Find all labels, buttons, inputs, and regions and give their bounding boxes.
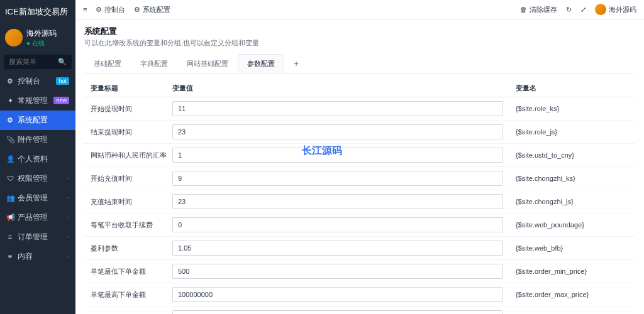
user-menu[interactable]: 海外源码 <box>595 4 636 15</box>
table-row: 开始提现时间{$site.role_ks} <box>84 97 635 121</box>
row-varname: {$site.role_ks} <box>516 105 629 112</box>
row-title: 开始提现时间 <box>91 104 172 114</box>
row-value-input[interactable] <box>172 171 503 186</box>
sidebar-item-7[interactable]: 📢产品管理‹ <box>0 208 75 227</box>
main: ≡ ⚙控制台 ⚙系统配置 🗑清除缓存 ↻ ⤢ 海外源码 系统配置 可以在此增改系… <box>75 0 644 314</box>
sidebar-item-9[interactable]: ≡内容‹ <box>0 247 75 266</box>
nav-label: 内容 <box>18 251 64 262</box>
profile-name: 海外源码 <box>26 29 57 39</box>
menu-toggle-icon[interactable]: ≡ <box>83 6 87 13</box>
chevron-down-icon: ‹ <box>67 234 69 240</box>
tab-add[interactable]: + <box>284 54 308 73</box>
sidebar-item-5[interactable]: 🛡权限管理‹ <box>0 169 75 188</box>
table-header: 变量标题 变量值 变量名 <box>84 80 635 97</box>
row-title: 盈利参数 <box>91 244 172 253</box>
table-row: 最大持仓单数{$site.max_order_count} <box>84 306 635 314</box>
row-value-input[interactable] <box>172 148 503 163</box>
row-title: 每笔平台收取手续费 <box>91 220 172 230</box>
table-row: 充值结束时间{$site.chongzhi_js} <box>84 190 635 214</box>
brand-title: ICE新加坡交易所 <box>0 0 75 24</box>
row-value-input[interactable] <box>172 287 503 302</box>
sidebar: ICE新加坡交易所 海外源码 ● 在线 🔍 ⚙控制台hot✦常规管理new⚙系统… <box>0 0 75 314</box>
nav-label: 系统配置 <box>18 115 69 126</box>
nav-icon: 📎 <box>6 136 14 144</box>
row-title: 单笔最低下单金额 <box>91 267 172 276</box>
tab-3[interactable]: 参数配置 <box>238 54 284 73</box>
table-row: 网站币种和人民币的汇率{$site.ustd_to_cny} <box>84 144 635 167</box>
trash-icon: 🗑 <box>520 6 527 13</box>
row-varname: {$site.role_js} <box>516 128 629 136</box>
table-row: 每笔平台收取手续费{$site.web_poundage} <box>84 214 635 237</box>
config-tabs: 基础配置字典配置网站基础配置参数配置+ <box>84 54 635 73</box>
search-input[interactable] <box>9 58 58 65</box>
topbar-console[interactable]: ⚙控制台 <box>96 5 125 14</box>
nav-label: 控制台 <box>18 76 52 87</box>
table-row: 结束提现时间{$site.role_js} <box>84 121 635 144</box>
nav-badge: hot <box>56 77 69 85</box>
sidebar-item-1[interactable]: ✦常规管理new <box>0 91 75 111</box>
profile-status: ● 在线 <box>26 39 57 47</box>
row-title: 充值结束时间 <box>91 197 172 207</box>
nav-icon: 🛡 <box>6 175 14 182</box>
sidebar-item-2[interactable]: ⚙系统配置 <box>0 111 75 130</box>
clear-cache-button[interactable]: 🗑清除缓存 <box>520 5 557 14</box>
search-box[interactable]: 🔍 <box>4 55 72 69</box>
topbar-sysconfig[interactable]: ⚙系统配置 <box>134 5 170 14</box>
row-title: 结束提现时间 <box>91 127 172 137</box>
chevron-down-icon: ‹ <box>67 214 69 220</box>
refresh-icon[interactable]: ↻ <box>566 6 572 14</box>
page-subtitle: 可以在此增改系统的变量和分组,也可以自定义分组和变量 <box>84 38 635 48</box>
nav-icon: ⚙ <box>6 77 14 85</box>
page-title: 系统配置 <box>84 26 635 37</box>
avatar-icon <box>595 4 606 15</box>
row-value-input[interactable] <box>172 241 503 256</box>
table-row: 盈利参数{$site.web_bfb} <box>84 237 635 260</box>
dashboard-icon: ⚙ <box>96 6 102 14</box>
row-varname: {$site.chongzhi_js} <box>516 198 629 205</box>
row-varname: {$site.chongzhi_ks} <box>516 175 629 182</box>
row-value-input[interactable] <box>172 310 503 314</box>
nav-label: 附件管理 <box>18 134 69 145</box>
nav-icon: ⚙ <box>6 116 14 124</box>
sidebar-item-0[interactable]: ⚙控制台hot <box>0 72 75 91</box>
tab-1[interactable]: 字典配置 <box>131 54 177 73</box>
config-table: 变量标题 变量值 变量名 开始提现时间{$site.role_ks}结束提现时间… <box>84 80 635 314</box>
nav-icon: ✦ <box>6 97 14 105</box>
sidebar-item-6[interactable]: 👥会员管理‹ <box>0 188 75 208</box>
row-value-input[interactable] <box>172 194 503 209</box>
tab-0[interactable]: 基础配置 <box>84 54 131 73</box>
chevron-down-icon: ‹ <box>67 175 69 181</box>
nav-label: 订单管理 <box>18 232 64 242</box>
row-varname: {$site.order_max_price} <box>516 291 629 298</box>
row-value-input[interactable] <box>172 124 503 139</box>
nav-icon: 📢 <box>6 214 14 222</box>
tab-2[interactable]: 网站基础配置 <box>177 54 238 73</box>
nav-label: 常规管理 <box>18 95 50 106</box>
nav-label: 会员管理 <box>18 193 64 203</box>
expand-icon[interactable]: ⤢ <box>580 6 586 14</box>
row-varname: {$site.web_poundage} <box>516 221 629 229</box>
nav-icon: 👥 <box>6 194 14 202</box>
nav-label: 个人资料 <box>18 154 69 165</box>
nav-label: 权限管理 <box>18 173 64 184</box>
row-value-input[interactable] <box>172 101 503 116</box>
nav-badge: new <box>53 97 69 104</box>
search-icon: 🔍 <box>58 58 67 66</box>
gear-icon: ⚙ <box>134 6 140 14</box>
th-name: 变量名 <box>516 84 629 93</box>
nav-label: 产品管理 <box>18 212 64 223</box>
nav-list: ⚙控制台hot✦常规管理new⚙系统配置📎附件管理👤个人资料🛡权限管理‹👥会员管… <box>0 72 75 314</box>
table-row: 开始充值时间{$site.chongzhi_ks} <box>84 167 635 190</box>
sidebar-item-3[interactable]: 📎附件管理 <box>0 130 75 149</box>
row-value-input[interactable] <box>172 264 503 279</box>
sidebar-item-4[interactable]: 👤个人资料 <box>0 149 75 169</box>
th-title: 变量标题 <box>91 84 172 93</box>
row-value-input[interactable] <box>172 217 503 232</box>
row-varname: {$site.order_min_price} <box>516 268 629 275</box>
chevron-down-icon: ‹ <box>67 195 69 201</box>
th-value: 变量值 <box>172 84 516 93</box>
sidebar-item-8[interactable]: ≡订单管理‹ <box>0 227 75 247</box>
row-title: 开始充值时间 <box>91 174 172 183</box>
row-varname: {$site.ustd_to_cny} <box>516 151 629 159</box>
topbar: ≡ ⚙控制台 ⚙系统配置 🗑清除缓存 ↻ ⤢ 海外源码 <box>75 0 644 19</box>
